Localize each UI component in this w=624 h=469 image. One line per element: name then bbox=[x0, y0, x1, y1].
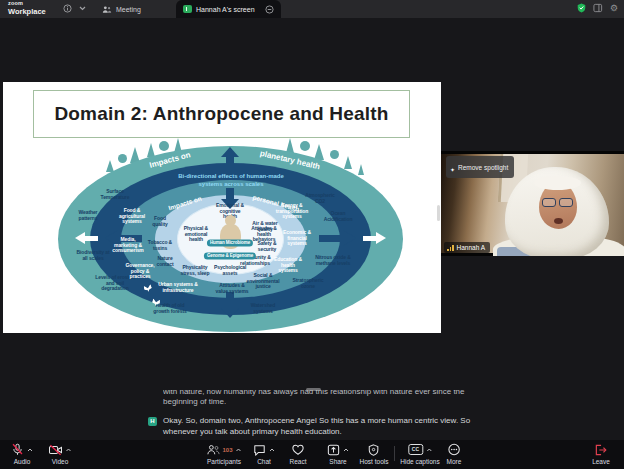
share-button[interactable]: Share bbox=[327, 443, 349, 465]
react-label: React bbox=[290, 458, 307, 465]
audio-button[interactable]: Audio bbox=[11, 443, 33, 465]
diagram-label: Stratospheric ozone bbox=[288, 278, 328, 289]
diagram-label: Watershed systems bbox=[245, 303, 281, 314]
remove-spotlight-button[interactable]: Remove spotlight bbox=[446, 156, 514, 178]
tree-icon bbox=[330, 150, 339, 159]
diagram-label: Education & health systems bbox=[271, 257, 305, 274]
leave-button[interactable]: Leave bbox=[592, 443, 610, 465]
diagram-label: Attitudes & health behaviors bbox=[250, 226, 278, 243]
zoom-workplace-logo: zoom Workplace bbox=[8, 1, 46, 15]
tree-icon bbox=[344, 156, 352, 169]
spotlight-icon bbox=[450, 158, 455, 176]
host-tools-label: Host tools bbox=[360, 458, 389, 465]
logo-text-workplace: Workplace bbox=[8, 8, 46, 16]
zoom-app-window: zoom Workplace Meeting Hannah A's screen bbox=[0, 0, 624, 469]
panel-resize-handle[interactable] bbox=[437, 205, 440, 221]
participant-name-tag: Hannah A bbox=[444, 242, 490, 253]
tree-icon bbox=[300, 141, 310, 151]
shared-slide: Domain 2: Anthropocene and Health bbox=[3, 82, 441, 333]
shield-icon bbox=[368, 444, 380, 456]
audio-level-icon bbox=[447, 245, 454, 251]
diagram-label: Genome & Epigenome bbox=[204, 253, 256, 260]
microphone-muted-icon bbox=[11, 443, 24, 456]
participant-video-tile[interactable]: Remove spotlight Hannah A bbox=[441, 151, 624, 256]
info-icon[interactable] bbox=[63, 4, 72, 13]
screen-share-icon bbox=[183, 5, 192, 13]
diagram-label: Food quality bbox=[149, 216, 171, 227]
more-ellipsis-icon bbox=[448, 443, 461, 456]
slide-title-box: Domain 2: Anthropocene and Health bbox=[33, 90, 410, 138]
security-shield-icon[interactable] bbox=[577, 3, 586, 13]
audio-options-chevron[interactable] bbox=[27, 448, 33, 452]
diagram-label: Physicality stress, sleep bbox=[180, 265, 210, 276]
remove-tab-icon[interactable] bbox=[265, 5, 274, 14]
camera-muted-icon bbox=[49, 444, 63, 456]
arrow-outer-right-icon bbox=[376, 232, 386, 244]
hide-captions-button[interactable]: CC Hide captions bbox=[400, 443, 439, 465]
diagram-label: Tobacco & toxins bbox=[147, 240, 173, 251]
anthropocene-health-diagram: Impacts on planetary health Bi-direction… bbox=[58, 146, 403, 332]
window-tab-bar: zoom Workplace Meeting Hannah A's screen bbox=[0, 0, 624, 18]
layout-icon[interactable] bbox=[593, 3, 603, 13]
tab-shared-screen[interactable]: Hannah A's screen bbox=[176, 0, 281, 18]
diagram-label: Biodiversity at all scales bbox=[75, 250, 111, 261]
diagram-label: Attitudes & value systems bbox=[214, 283, 250, 294]
meeting-people-icon bbox=[102, 5, 112, 14]
caption-previous-text: with nature, how humanity has always had… bbox=[163, 390, 501, 407]
more-button[interactable]: More bbox=[447, 443, 462, 465]
tab-shared-screen-label: Hannah A's screen bbox=[196, 6, 255, 13]
audio-label: Audio bbox=[14, 458, 31, 465]
chat-options-chevron[interactable] bbox=[269, 448, 275, 452]
diagram-label: Media, marketing & consumerism bbox=[109, 237, 147, 254]
tree-icon bbox=[159, 141, 169, 151]
host-tools-button[interactable]: Host tools bbox=[360, 443, 389, 465]
hijab-band bbox=[534, 176, 581, 190]
logo-text-zoom: zoom bbox=[8, 1, 46, 7]
meeting-toolbar: Audio Video 103 bbox=[0, 440, 624, 469]
hide-captions-label: Hide captions bbox=[400, 458, 439, 465]
arrow-bottom-icon bbox=[221, 308, 239, 318]
heart-icon bbox=[291, 444, 304, 456]
caption-previous: with nature, how humanity has always had… bbox=[163, 390, 501, 411]
diagram-label: Ocean Acidification bbox=[319, 211, 357, 222]
tab-meeting[interactable]: Meeting bbox=[95, 0, 148, 18]
more-label: More bbox=[447, 458, 462, 465]
tree-icon bbox=[118, 154, 127, 163]
diagram-label: Food & agricultural systems bbox=[116, 208, 148, 225]
leave-meeting-icon bbox=[595, 444, 608, 456]
share-screen-icon bbox=[327, 444, 340, 456]
diagram-label: Nature contact bbox=[153, 256, 177, 267]
captions-options-chevron[interactable] bbox=[426, 448, 432, 452]
captions-icon: CC bbox=[408, 444, 423, 455]
toolbar-separator bbox=[394, 446, 395, 461]
speaker-avatar: H bbox=[148, 417, 157, 426]
video-label: Video bbox=[52, 458, 69, 465]
arrow-right-shaft bbox=[319, 235, 343, 242]
video-button[interactable]: Video bbox=[49, 443, 72, 465]
share-label: Share bbox=[329, 458, 346, 465]
arrow-outer-left-shaft bbox=[85, 236, 98, 241]
react-button[interactable]: React bbox=[290, 443, 307, 465]
diagram-label: Urban systems & infrastructure bbox=[157, 282, 199, 293]
diagram-label: Economic & financial systems bbox=[278, 230, 316, 247]
video-options-chevron[interactable] bbox=[66, 448, 72, 452]
settings-gear-icon[interactable]: ⚙ bbox=[610, 4, 618, 13]
arc-bidirectional-line2: systems across scales bbox=[198, 181, 263, 187]
glasses-icon bbox=[542, 198, 573, 207]
diagram-label: Social & environmental justice bbox=[246, 273, 280, 290]
participant-mouth bbox=[554, 218, 563, 224]
caption-current-text: Okay. So, domain two, Anthropocene Angel… bbox=[163, 416, 501, 437]
chat-button[interactable]: Chat bbox=[253, 443, 275, 465]
diagram-label: Physical & emotional health bbox=[182, 226, 210, 243]
participants-button[interactable]: 103 Participants bbox=[206, 443, 241, 465]
arrow-bottom-shaft bbox=[226, 292, 234, 309]
diagram-label: Nitrous oxide & methane levels bbox=[312, 255, 354, 266]
share-options-chevron[interactable] bbox=[343, 448, 349, 452]
arrow-outer-right-shaft bbox=[363, 236, 376, 241]
arrow-right-icon bbox=[343, 230, 356, 246]
participants-options-chevron[interactable] bbox=[236, 448, 242, 452]
chevron-down-icon[interactable] bbox=[79, 6, 86, 11]
slide-title: Domain 2: Anthropocene and Health bbox=[54, 103, 388, 125]
diagram-label: Weather patterns bbox=[74, 210, 102, 221]
participants-count-badge: 103 bbox=[222, 447, 232, 453]
